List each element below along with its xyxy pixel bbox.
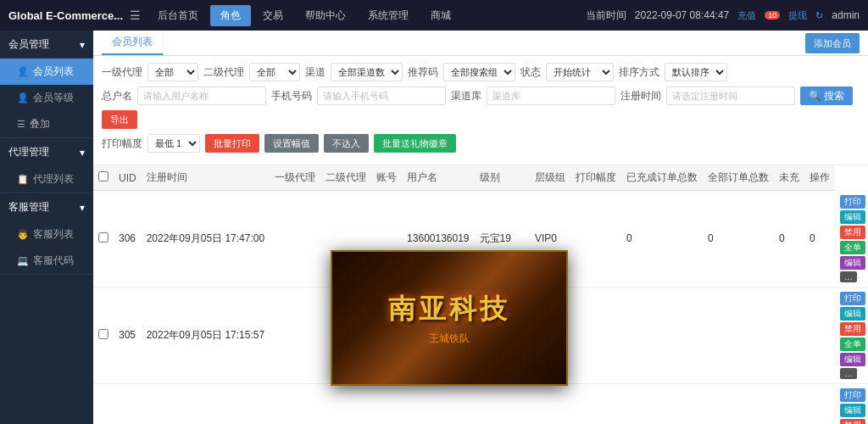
level2-label: 二级代理 bbox=[203, 65, 244, 80]
cell-print bbox=[621, 287, 703, 383]
batch-gift-btn[interactable]: 批量送礼物徽章 bbox=[374, 134, 456, 153]
tab-bar-container: 会员列表 添加会员 bbox=[93, 31, 868, 56]
status-label: 状态 bbox=[520, 65, 541, 80]
sidebar-item-service-code[interactable]: 💻 客服代码 bbox=[0, 248, 93, 274]
edit-btn[interactable]: 编辑 bbox=[840, 210, 865, 224]
all-order-btn[interactable]: 全单 bbox=[840, 241, 865, 254]
sidebar-item-member-list[interactable]: 👤 会员列表 bbox=[0, 59, 93, 85]
menu-icon[interactable]: ☰ bbox=[130, 8, 141, 22]
disable-btn[interactable]: 禁用 bbox=[840, 419, 865, 425]
sort-select[interactable]: 默认排序 bbox=[665, 63, 727, 81]
sidebar-agent-header[interactable]: 代理管理 ▾ bbox=[0, 138, 93, 166]
more-btn[interactable]: … bbox=[840, 271, 857, 282]
cell-group bbox=[570, 191, 621, 287]
col-level: 级别 bbox=[475, 165, 530, 191]
agent-icon: 📋 bbox=[17, 174, 29, 185]
cell-actions: 打印 编辑 禁用 全单 编辑 … bbox=[835, 383, 868, 424]
cell-uncharged bbox=[804, 383, 835, 424]
cell-level bbox=[530, 383, 570, 424]
cell-uid: 304 bbox=[114, 383, 142, 424]
account-input[interactable] bbox=[137, 86, 266, 105]
add-member-btn[interactable]: 添加会员 bbox=[805, 33, 860, 53]
sidebar-member-header[interactable]: 会员管理 ▾ bbox=[0, 31, 93, 59]
tab-member-list[interactable]: 会员列表 bbox=[102, 31, 164, 55]
cell-level1 bbox=[270, 383, 320, 424]
tab-role[interactable]: 角色 bbox=[210, 5, 251, 26]
row-checkbox[interactable] bbox=[98, 232, 108, 243]
sidebar-item-label: 叠加 bbox=[30, 117, 50, 131]
sidebar-item-agent-list[interactable]: 📋 代理列表 bbox=[0, 166, 93, 192]
sidebar-section-agent: 代理管理 ▾ 📋 代理列表 bbox=[0, 138, 93, 193]
more-btn[interactable]: … bbox=[840, 368, 857, 379]
sidebar-service-icon: ▾ bbox=[80, 202, 85, 214]
cell-account bbox=[371, 287, 402, 383]
print-width-select[interactable]: 最低 1 bbox=[147, 134, 200, 153]
disable-btn[interactable]: 禁用 bbox=[840, 226, 865, 239]
col-print: 打印幅度 bbox=[570, 165, 621, 191]
print-btn[interactable]: 打印 bbox=[840, 388, 865, 402]
cell-uncharged bbox=[804, 287, 835, 383]
edit-btn[interactable]: 编辑 bbox=[840, 404, 865, 417]
add-icon: ☰ bbox=[17, 119, 25, 130]
logo: Global E-Commerce... bbox=[8, 9, 123, 22]
cell-actions: 打印 编辑 禁用 全单 编辑 … bbox=[835, 287, 868, 383]
phone-label: 手机号码 bbox=[271, 89, 312, 103]
col-group: 层级组 bbox=[530, 165, 570, 191]
cell-username bbox=[402, 383, 474, 424]
user-icon: 👤 bbox=[17, 66, 29, 77]
print-btn[interactable]: 打印 bbox=[840, 195, 865, 209]
reg-time-input[interactable] bbox=[666, 86, 795, 105]
row-checkbox[interactable] bbox=[98, 329, 108, 339]
not-input-btn[interactable]: 不达入 bbox=[324, 134, 369, 153]
cell-reg-time: 2022年09月05日 15:43:09 bbox=[142, 383, 270, 424]
tab-system[interactable]: 系统管理 bbox=[358, 5, 419, 26]
level1-select[interactable]: 全部 bbox=[147, 63, 198, 81]
tab-backend-home[interactable]: 后台首页 bbox=[147, 5, 209, 26]
cell-level2 bbox=[320, 287, 371, 383]
refresh-btn[interactable]: ↻ bbox=[815, 10, 823, 21]
cell-level1 bbox=[270, 287, 320, 383]
recharge-btn[interactable]: 充值 bbox=[737, 9, 756, 22]
tab-trade[interactable]: 交易 bbox=[253, 5, 293, 26]
edit-btn[interactable]: 编辑 bbox=[840, 307, 865, 321]
export-btn[interactable]: 导出 bbox=[102, 110, 137, 129]
disable-btn[interactable]: 禁用 bbox=[840, 322, 865, 336]
cell-vip bbox=[475, 287, 530, 383]
status-select[interactable]: 开始统计 bbox=[546, 63, 614, 81]
sidebar-item-member-level[interactable]: 👤 会员等级 bbox=[0, 85, 93, 111]
table-container: 南亚科技 王城铁队 UID 注册时间 一级代理 二级代理 账号 用户名 bbox=[93, 165, 868, 424]
recommend-select[interactable]: 全部搜索组 bbox=[443, 63, 515, 81]
area-select[interactable]: 全部渠道数 bbox=[331, 63, 403, 81]
col-level2: 二级代理 bbox=[320, 165, 371, 191]
edit2-btn[interactable]: 编辑 bbox=[840, 256, 865, 270]
nav-tabs: 后台首页 角色 交易 帮助中心 系统管理 商城 bbox=[147, 5, 461, 26]
cell-level1 bbox=[270, 191, 320, 287]
recharge-badge: 10 bbox=[765, 11, 780, 20]
print-btn[interactable]: 打印 bbox=[840, 292, 865, 305]
row-checkbox-cell bbox=[93, 287, 114, 383]
sidebar-member-icon: ▾ bbox=[80, 39, 85, 51]
cell-vip: 元宝19 bbox=[475, 191, 530, 287]
select-all-checkbox[interactable] bbox=[98, 171, 108, 181]
batch-print-btn[interactable]: 批量打印 bbox=[205, 134, 259, 153]
sidebar-item-service-list[interactable]: 👨 客服列表 bbox=[0, 221, 93, 248]
search-btn[interactable]: 🔍 搜索 bbox=[800, 86, 853, 105]
withdraw-btn[interactable]: 提现 bbox=[788, 9, 807, 22]
tab-shop[interactable]: 商城 bbox=[420, 5, 461, 26]
phone-input[interactable] bbox=[317, 86, 446, 105]
filter-row-3: 打印幅度 最低 1 批量打印 设置幅值 不达入 批量送礼物徽章 bbox=[102, 134, 860, 153]
channel-input[interactable] bbox=[487, 86, 615, 105]
print-width-label: 打印幅度 bbox=[102, 137, 142, 151]
action-btns: 打印 编辑 禁用 全单 编辑 … bbox=[840, 292, 865, 379]
tab-help[interactable]: 帮助中心 bbox=[295, 5, 356, 26]
level2-select[interactable]: 全部 bbox=[249, 63, 300, 81]
all-order-btn[interactable]: 全单 bbox=[840, 338, 865, 351]
edit2-btn[interactable]: 编辑 bbox=[840, 353, 865, 366]
sidebar-agent-icon: ▾ bbox=[80, 147, 85, 159]
cell-group bbox=[570, 383, 621, 424]
sidebar-agent-title: 代理管理 bbox=[8, 145, 49, 159]
account-label: 总户名 bbox=[102, 89, 132, 103]
sidebar-service-header[interactable]: 客服管理 ▾ bbox=[0, 193, 93, 221]
sidebar-item-add[interactable]: ☰ 叠加 bbox=[0, 111, 93, 137]
set-value-btn[interactable]: 设置幅值 bbox=[264, 134, 319, 153]
